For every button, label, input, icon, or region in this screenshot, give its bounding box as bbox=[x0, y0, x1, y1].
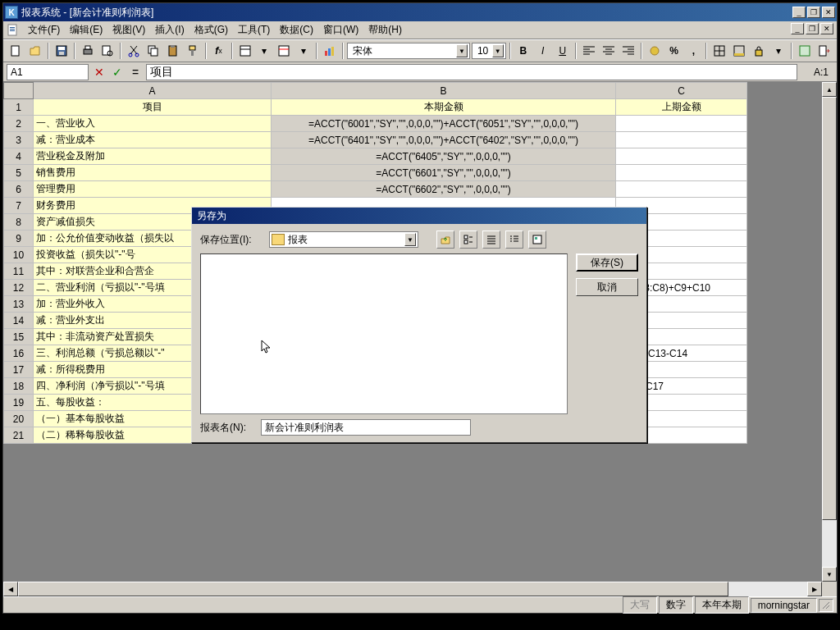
vertical-scrollbar[interactable]: ▲ ▼ bbox=[822, 82, 837, 582]
new-button[interactable] bbox=[7, 42, 25, 60]
column-header[interactable]: C bbox=[616, 83, 747, 99]
print-preview-button[interactable] bbox=[98, 42, 116, 60]
row-header[interactable]: 20 bbox=[4, 411, 34, 427]
detail-view2-button[interactable] bbox=[505, 231, 523, 249]
scroll-up-button[interactable]: ▲ bbox=[822, 82, 837, 97]
cell[interactable]: 项目 bbox=[34, 99, 272, 116]
maximize-button[interactable]: ❐ bbox=[807, 7, 820, 18]
menu-item[interactable]: 编辑(E) bbox=[65, 21, 107, 39]
close-button[interactable]: ✕ bbox=[822, 7, 835, 18]
row-header[interactable]: 7 bbox=[4, 198, 34, 214]
preview-button[interactable] bbox=[528, 231, 546, 249]
row-header[interactable]: 9 bbox=[4, 231, 34, 247]
up-folder-button[interactable] bbox=[436, 231, 454, 249]
chart-button[interactable] bbox=[321, 42, 339, 60]
cell[interactable]: =ACCT("6405","SY","",0,0,0,"") bbox=[272, 148, 616, 165]
cancel-dialog-button[interactable]: 取消 bbox=[576, 278, 638, 296]
copy-button[interactable] bbox=[144, 42, 162, 60]
row-header[interactable]: 2 bbox=[4, 116, 34, 132]
formula-input[interactable]: 项目 bbox=[146, 64, 797, 80]
name-box[interactable]: A1 bbox=[7, 64, 89, 80]
cell[interactable]: 本期金额 bbox=[272, 99, 616, 116]
cell[interactable]: =ACCT("6601","SY","",0,0,0,"") bbox=[272, 165, 616, 181]
exit-button[interactable] bbox=[815, 42, 833, 60]
cell[interactable] bbox=[616, 132, 747, 148]
cell[interactable]: 营业税金及附加 bbox=[34, 148, 272, 165]
column-header[interactable]: B bbox=[272, 83, 616, 99]
list-view-button[interactable] bbox=[459, 231, 477, 249]
options-button[interactable]: ▾ bbox=[255, 42, 273, 60]
cell[interactable]: =ACCT("6001","SY","",0,0,0,"")+ACCT("605… bbox=[272, 116, 616, 132]
scroll-right-button[interactable]: ▶ bbox=[807, 582, 822, 596]
row-header[interactable]: 6 bbox=[4, 181, 34, 198]
row-header[interactable]: 19 bbox=[4, 395, 34, 411]
cell[interactable] bbox=[616, 148, 747, 165]
menu-item[interactable]: 窗口(W) bbox=[318, 21, 363, 39]
cell[interactable]: 上期金额 bbox=[616, 99, 747, 116]
row-header[interactable]: 17 bbox=[4, 362, 34, 378]
row-header[interactable]: 13 bbox=[4, 296, 34, 313]
fill-color-button[interactable] bbox=[730, 42, 748, 60]
cell[interactable]: 减：营业成本 bbox=[34, 132, 272, 148]
options2-button[interactable]: ▾ bbox=[294, 42, 313, 60]
properties-button[interactable] bbox=[236, 42, 254, 60]
save-dialog-button[interactable]: 保存(S) bbox=[576, 253, 638, 272]
underline-button[interactable]: U bbox=[554, 42, 572, 60]
row-header[interactable]: 5 bbox=[4, 165, 34, 181]
borders-button[interactable] bbox=[710, 42, 728, 60]
mdi-close-button[interactable]: ✕ bbox=[820, 23, 833, 34]
cell[interactable]: 一、营业收入 bbox=[34, 116, 272, 132]
cell[interactable]: 管理费用 bbox=[34, 181, 272, 198]
delete-button[interactable] bbox=[275, 42, 293, 60]
cell[interactable]: =ACCT("6602","SY","",0,0,0,"") bbox=[272, 181, 616, 198]
row-header[interactable]: 21 bbox=[4, 427, 34, 444]
horizontal-scrollbar[interactable]: ◀ ▶ bbox=[3, 582, 822, 596]
refresh-button[interactable] bbox=[796, 42, 814, 60]
bold-button[interactable]: B bbox=[514, 42, 532, 60]
cell[interactable]: =ACCT("6401","SY","",0,0,0,"")+ACCT("640… bbox=[272, 132, 616, 148]
menu-item[interactable]: 帮助(H) bbox=[363, 21, 407, 39]
report-name-input[interactable]: 新会计准则利润表 bbox=[261, 419, 471, 436]
save-location-combo[interactable]: 报表 ▼ bbox=[269, 231, 418, 248]
open-button[interactable] bbox=[26, 42, 44, 60]
row-header[interactable]: 16 bbox=[4, 345, 34, 362]
row-header[interactable]: 11 bbox=[4, 263, 34, 280]
menu-item[interactable]: 工具(T) bbox=[233, 21, 275, 39]
cancel-edit-button[interactable]: ✕ bbox=[92, 65, 107, 80]
font-name-combo[interactable]: 宋体 ▼ bbox=[347, 43, 470, 59]
align-center-button[interactable] bbox=[600, 42, 618, 60]
save-button[interactable] bbox=[52, 42, 71, 60]
scroll-down-button[interactable]: ▼ bbox=[822, 567, 837, 582]
font-size-combo[interactable]: 10 ▼ bbox=[472, 43, 506, 59]
minimize-button[interactable]: _ bbox=[792, 7, 806, 18]
row-header[interactable]: 12 bbox=[4, 280, 34, 296]
dropdown-button[interactable]: ▾ bbox=[769, 42, 788, 60]
paste-button[interactable] bbox=[164, 42, 182, 60]
function-button[interactable]: fx bbox=[210, 42, 228, 60]
menu-item[interactable]: 文件(F) bbox=[23, 21, 65, 39]
mdi-restore-button[interactable]: ❐ bbox=[806, 23, 819, 34]
mdi-minimize-button[interactable]: _ bbox=[791, 23, 804, 34]
align-right-button[interactable] bbox=[619, 42, 637, 60]
menu-item[interactable]: 格式(G) bbox=[189, 21, 233, 39]
edit-formula-button[interactable]: = bbox=[128, 65, 143, 80]
menu-item[interactable]: 视图(V) bbox=[107, 21, 150, 39]
format-painter-button[interactable] bbox=[184, 42, 202, 60]
cell[interactable] bbox=[616, 165, 747, 181]
file-listing[interactable] bbox=[200, 253, 568, 414]
row-header[interactable]: 14 bbox=[4, 313, 34, 329]
confirm-edit-button[interactable]: ✓ bbox=[110, 65, 125, 80]
row-header[interactable]: 10 bbox=[4, 247, 34, 263]
scroll-left-button[interactable]: ◀ bbox=[3, 582, 18, 596]
row-header[interactable]: 4 bbox=[4, 148, 34, 165]
percent-button[interactable]: % bbox=[665, 42, 683, 60]
lock-button[interactable] bbox=[750, 42, 768, 60]
menu-item[interactable]: 数据(C) bbox=[275, 21, 318, 39]
cut-button[interactable] bbox=[125, 42, 143, 60]
details-view-button[interactable] bbox=[482, 231, 500, 249]
row-header[interactable]: 15 bbox=[4, 329, 34, 345]
column-header[interactable]: A bbox=[34, 83, 272, 99]
row-header[interactable]: 1 bbox=[4, 99, 34, 116]
row-header[interactable]: 18 bbox=[4, 378, 34, 395]
print-button[interactable] bbox=[79, 42, 97, 60]
